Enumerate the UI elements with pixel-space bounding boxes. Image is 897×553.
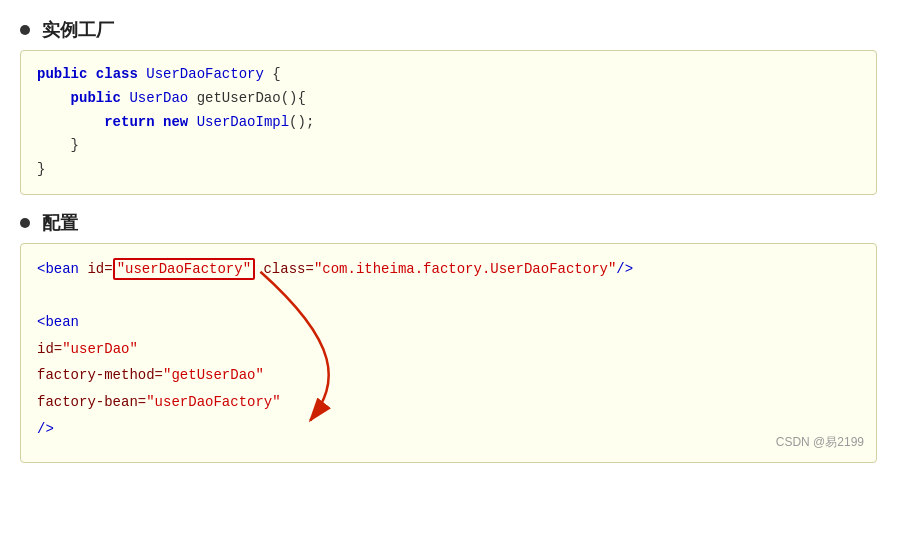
- bullet-row-2: 配置: [20, 211, 877, 235]
- section-factory: 实例工厂 public class UserDaoFactory { publi…: [20, 18, 877, 195]
- bullet-icon: [20, 25, 30, 35]
- section2-title: 配置: [42, 211, 78, 235]
- section1-title: 实例工厂: [42, 18, 114, 42]
- xml-line-3: <bean: [37, 309, 860, 336]
- bullet-icon-2: [20, 218, 30, 228]
- xml-line-7: />: [37, 416, 860, 443]
- code-block-java: public class UserDaoFactory { public Use…: [20, 50, 877, 195]
- xml-line-1: <bean id="userDaoFactory" class="com.ith…: [37, 256, 860, 283]
- xml-line-4: id="userDao": [37, 336, 860, 363]
- section-config: 配置 <bean id="userDaoFactory" class="com.…: [20, 211, 877, 463]
- xml-line-blank: [37, 283, 860, 310]
- xml-line-5: factory-method="getUserDao": [37, 362, 860, 389]
- xml-line-6: factory-bean="userDaoFactory": [37, 389, 860, 416]
- watermark: CSDN @易2199: [776, 431, 864, 454]
- bullet-row-1: 实例工厂: [20, 18, 877, 42]
- xml-code-block: <bean id="userDaoFactory" class="com.ith…: [20, 243, 877, 463]
